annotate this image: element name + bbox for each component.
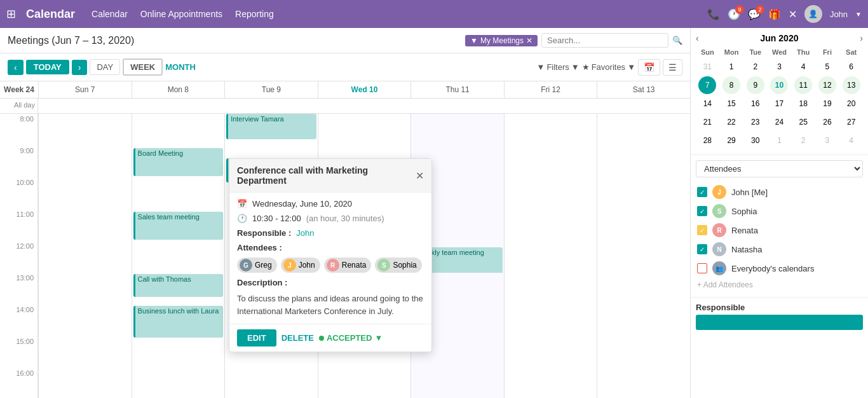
fri-8[interactable]: [504, 114, 597, 146]
attendee-chip-greg[interactable]: G Greg: [237, 257, 277, 273]
mon-16[interactable]: [132, 368, 225, 398]
mon-10[interactable]: [132, 177, 225, 209]
thu-8[interactable]: [410, 114, 504, 146]
popup-responsible-name[interactable]: John: [296, 228, 314, 238]
mini-cal-27[interactable]: 27: [843, 113, 860, 131]
sat-14[interactable]: [597, 305, 690, 336]
edit-button[interactable]: EDIT: [237, 329, 276, 347]
search-input[interactable]: [541, 33, 668, 48]
sun-11[interactable]: [38, 209, 132, 241]
mini-cal-25[interactable]: 25: [794, 113, 812, 131]
attendee-chip-john[interactable]: J John: [281, 257, 320, 273]
sun-14[interactable]: [38, 305, 132, 336]
attendee-check-renata[interactable]: ✓: [697, 225, 707, 235]
popup-close-button[interactable]: ✕: [416, 170, 424, 182]
day-view-button[interactable]: DAY: [90, 59, 120, 75]
mini-cal-8[interactable]: 8: [722, 76, 740, 94]
sun-15[interactable]: [38, 336, 132, 368]
month-view-button[interactable]: MONTH: [165, 62, 196, 72]
sun-8[interactable]: [38, 114, 132, 146]
attendee-check-sophia[interactable]: ✓: [697, 206, 707, 216]
mini-cal-14[interactable]: 14: [698, 95, 716, 113]
mini-cal-30[interactable]: 30: [747, 132, 764, 149]
mini-cal-3[interactable]: 3: [770, 58, 788, 76]
today-button[interactable]: TODAY: [26, 60, 69, 74]
chat-icon[interactable]: 💬2: [748, 8, 761, 20]
close-icon[interactable]: ✕: [789, 8, 797, 20]
my-meetings-tag[interactable]: ▼ My Meetings ✕: [465, 35, 538, 46]
mini-cal-22[interactable]: 22: [722, 113, 740, 131]
tue-8[interactable]: Interview Tamara: [224, 114, 318, 146]
mini-cal-next-button[interactable]: ›: [860, 33, 863, 43]
fri-10[interactable]: [504, 177, 597, 209]
mini-cal-31[interactable]: 31: [698, 58, 716, 76]
mon-15[interactable]: [132, 336, 225, 368]
nav-calendar[interactable]: Calendar: [92, 9, 128, 19]
mini-cal-1[interactable]: 1: [722, 58, 740, 76]
attendees-dropdown[interactable]: Attendees: [696, 160, 863, 177]
mon-9[interactable]: Board Meeting: [132, 146, 225, 177]
clock-icon[interactable]: 🕐9: [728, 8, 740, 20]
filters-button[interactable]: ▼ Filters ▼: [537, 62, 580, 72]
fri-12[interactable]: [504, 241, 597, 273]
sat-9[interactable]: [597, 146, 690, 177]
mini-cal-15[interactable]: 15: [722, 95, 740, 113]
sun-13[interactable]: [38, 273, 132, 305]
search-icon[interactable]: 🔍: [672, 36, 682, 45]
fri-16[interactable]: [504, 368, 597, 398]
mini-cal-23[interactable]: 23: [747, 113, 764, 131]
add-attendees-button[interactable]: + Add Attendees: [696, 278, 863, 292]
favorites-button[interactable]: ★ Favorites ▼: [582, 62, 635, 72]
mini-cal-9[interactable]: 9: [747, 76, 764, 94]
mini-cal-24[interactable]: 24: [770, 113, 788, 131]
sun-16[interactable]: [38, 368, 132, 398]
mini-cal-20[interactable]: 20: [843, 95, 860, 113]
mini-cal-16[interactable]: 16: [747, 95, 764, 113]
mini-cal-7[interactable]: 7: [698, 76, 716, 94]
business-lunch-event[interactable]: Business lunch with Laura: [133, 306, 224, 338]
mini-cal-next-4[interactable]: 4: [843, 132, 860, 149]
sales-team-event[interactable]: Sales team meeting: [133, 212, 224, 240]
mini-cal-10[interactable]: 10: [770, 76, 788, 94]
sun-9[interactable]: [38, 146, 132, 177]
fri-11[interactable]: [504, 209, 597, 241]
nav-online-appointments[interactable]: Online Appointments: [140, 9, 222, 19]
mini-cal-next-2[interactable]: 2: [794, 132, 812, 149]
mini-cal-4[interactable]: 4: [794, 58, 812, 76]
next-button[interactable]: ›: [72, 60, 88, 75]
week-view-button[interactable]: WEEK: [123, 58, 163, 76]
list-view-icon-btn[interactable]: ☰: [663, 59, 682, 76]
fri-9[interactable]: [504, 146, 597, 177]
phone-icon[interactable]: 📞: [707, 8, 720, 20]
attendee-check-everybody[interactable]: [697, 263, 707, 273]
mini-cal-next-1[interactable]: 1: [770, 132, 788, 149]
avatar[interactable]: 👤: [804, 5, 822, 23]
wed-16[interactable]: [318, 368, 411, 398]
mini-cal-28[interactable]: 28: [698, 132, 716, 149]
user-name[interactable]: John: [830, 10, 848, 19]
mon-8[interactable]: [132, 114, 225, 146]
sat-11[interactable]: [597, 209, 690, 241]
sun-10[interactable]: [38, 177, 132, 209]
interview-tamara-event[interactable]: Interview Tamara: [226, 114, 316, 139]
gift-icon[interactable]: 🎁: [768, 8, 781, 20]
mini-cal-17[interactable]: 17: [770, 95, 788, 113]
sat-13[interactable]: [597, 273, 690, 305]
fri-13[interactable]: [504, 273, 597, 305]
delete-button[interactable]: DELETE: [281, 333, 314, 343]
prev-button[interactable]: ‹: [8, 60, 24, 75]
mon-11[interactable]: Sales team meeting: [132, 209, 225, 241]
sat-12[interactable]: [597, 241, 690, 273]
mini-cal-6[interactable]: 6: [843, 58, 860, 76]
mini-cal-next-3[interactable]: 3: [818, 132, 836, 149]
user-dropdown-icon[interactable]: ▼: [855, 11, 862, 18]
thu-16[interactable]: [410, 368, 504, 398]
mini-cal-21[interactable]: 21: [698, 113, 716, 131]
fri-14[interactable]: [504, 305, 597, 336]
mon-13[interactable]: Call with Thomas: [132, 273, 225, 305]
my-meetings-close-icon[interactable]: ✕: [526, 36, 532, 45]
attendee-chip-renata[interactable]: R Renata: [324, 257, 372, 273]
attendee-check-john[interactable]: ✓: [697, 187, 707, 197]
fri-15[interactable]: [504, 336, 597, 368]
mini-cal-26[interactable]: 26: [818, 113, 836, 131]
